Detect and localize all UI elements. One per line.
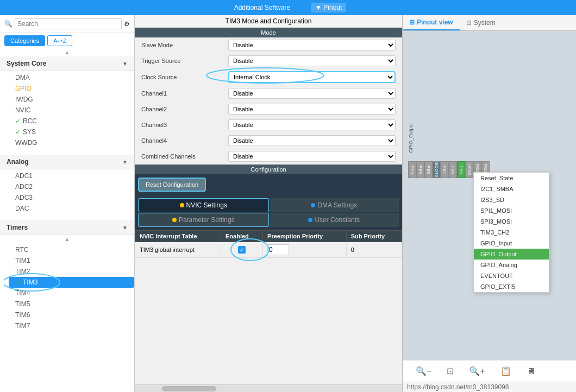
menu-i2s3-sd[interactable]: I2S3_SD bbox=[474, 194, 549, 205]
nvic-table: NVIC Interrupt Table Enabled Preemption … bbox=[135, 230, 402, 258]
sidebar-item-adc3[interactable]: ADC3 bbox=[9, 192, 134, 203]
horizontal-scrollbar[interactable] bbox=[135, 384, 402, 392]
channel4-select[interactable]: Disable bbox=[228, 135, 396, 146]
menu-reset-state[interactable]: Reset_State bbox=[474, 173, 549, 184]
section-timers: Timers ▼ ▲ RTC TIM1 TIM2 ✓ TIM3 TIM4 bbox=[0, 220, 134, 332]
tab-atoz[interactable]: A->Z bbox=[47, 35, 72, 46]
menu-spi3-mosi[interactable]: SPI3_MOSI bbox=[474, 216, 549, 227]
pin-vss5[interactable]: VSS5 bbox=[465, 161, 473, 178]
sidebar-item-tim5[interactable]: TIM5 bbox=[9, 299, 134, 309]
sidebar-item-dma[interactable]: DMA bbox=[9, 72, 134, 83]
status-bar: https://blog.csdn.net/m0_38139098 bbox=[403, 382, 576, 392]
pinout-area: GPIO_Output PE0 PB9 PB8 BOOT0 PB7 PB6 PB… bbox=[403, 31, 576, 360]
sidebar-item-sys[interactable]: ✓ SYS bbox=[9, 127, 134, 137]
menu-gpio-output[interactable]: GPIO_Output bbox=[474, 249, 549, 260]
pinout-icon: ▼ bbox=[315, 4, 322, 11]
channel3-select[interactable]: Disable bbox=[228, 119, 396, 130]
sidebar-item-iwdg[interactable]: IWDG bbox=[9, 94, 134, 105]
scroll-up-arrow[interactable]: ▲ bbox=[0, 48, 134, 56]
system-icon: ⊟ bbox=[466, 19, 472, 27]
tab-parameter-settings[interactable]: Parameter Settings bbox=[138, 213, 269, 227]
trigger-source-row: Trigger Source Disable bbox=[135, 53, 402, 69]
status-url: https://blog.csdn.net/m0_38139098 bbox=[407, 383, 509, 391]
tab-pinout-view[interactable]: ⊞ Pinout view bbox=[403, 15, 460, 30]
channel1-label: Channel1 bbox=[141, 90, 228, 97]
menu-eventout[interactable]: EVENTOUT bbox=[474, 270, 549, 281]
timers-header[interactable]: Timers ▼ bbox=[0, 220, 134, 235]
config-tabs-area: Reset Configuration NVIC Settings DMA Se… bbox=[135, 174, 402, 230]
sidebar-item-tim4[interactable]: TIM4 bbox=[9, 288, 134, 299]
menu-gpio-exti5[interactable]: GPIO_EXTI5 bbox=[474, 281, 549, 292]
search-settings-icon[interactable]: ⚙ bbox=[124, 20, 130, 28]
nvic-row-preemption[interactable] bbox=[263, 242, 347, 258]
tab-nvic-settings[interactable]: NVIC Settings bbox=[138, 198, 269, 212]
channel2-select[interactable]: Disable bbox=[228, 104, 396, 115]
scrollbar-thumb[interactable] bbox=[162, 386, 216, 391]
sidebar-item-tim3[interactable]: ✓ TIM3 bbox=[9, 277, 134, 288]
analog-header[interactable]: Analog ▼ bbox=[0, 155, 134, 169]
nvic-row-enabled[interactable]: ✓ bbox=[221, 242, 263, 258]
timers-scroll-up[interactable]: ▲ bbox=[0, 235, 134, 243]
top-bar: Additional Software ▼ Pinout bbox=[0, 0, 576, 15]
sidebar-item-nvic[interactable]: NVIC bbox=[9, 105, 134, 116]
enabled-checkbox[interactable]: ✓ bbox=[238, 246, 246, 254]
analog-arrow: ▼ bbox=[122, 159, 128, 165]
pin-boot0[interactable]: BOOT0 bbox=[433, 161, 441, 178]
system-core-header[interactable]: System Core ▼ bbox=[0, 56, 134, 71]
analog-items: ADC1 ADC2 ADC3 DAC bbox=[0, 169, 134, 215]
menu-gpio-input[interactable]: GPIO_Input bbox=[474, 238, 549, 249]
sidebar-item-rcc[interactable]: ✓ RCC bbox=[9, 116, 134, 127]
sidebar-item-rtc[interactable]: RTC bbox=[9, 244, 134, 255]
fit-btn[interactable]: ⊡ bbox=[444, 364, 456, 378]
combined-channels-select[interactable]: Disable bbox=[228, 151, 396, 162]
additional-software-btn[interactable]: Additional Software bbox=[230, 3, 295, 12]
sidebar-item-gpio[interactable]: GPIO bbox=[9, 83, 134, 94]
menu-i2c1-smba[interactable]: I2C1_SMBA bbox=[474, 184, 549, 194]
sidebar-item-adc2[interactable]: ADC2 bbox=[9, 181, 134, 192]
channel2-label: Channel2 bbox=[141, 106, 228, 112]
center-wrapper: TIM3 Mode and Configuration Mode Slave M… bbox=[135, 15, 402, 392]
sidebar-item-tim6[interactable]: TIM6 bbox=[9, 309, 134, 320]
sidebar-item-wwdg[interactable]: WWDG bbox=[9, 137, 134, 148]
view-btn[interactable]: 🖥 bbox=[524, 364, 537, 378]
pinout-view-icon: ⊞ bbox=[409, 18, 415, 26]
channel4-label: Channel4 bbox=[141, 137, 228, 144]
trigger-source-select[interactable]: Disable bbox=[228, 55, 396, 66]
sidebar-content: ▲ System Core ▼ DMA GPIO IWDG NVIC ✓ RCC… bbox=[0, 48, 134, 392]
pin-pb7[interactable]: PB7 bbox=[441, 161, 449, 178]
menu-spi1-mosi[interactable]: SPI1_MOSI bbox=[474, 205, 549, 216]
clock-source-select[interactable]: Internal Clock bbox=[228, 71, 396, 83]
nvic-row-sub: 0 bbox=[346, 242, 402, 258]
config-panel-title-bar: TIM3 Mode and Configuration bbox=[135, 15, 402, 28]
tab-user-constants[interactable]: User Constants bbox=[270, 213, 399, 227]
reset-config-btn[interactable]: Reset Configuration bbox=[138, 178, 206, 192]
sidebar-item-adc1[interactable]: ADC1 bbox=[9, 170, 134, 181]
channel1-select[interactable]: Disable bbox=[228, 88, 396, 99]
pin-pb5[interactable]: PB5 bbox=[457, 161, 465, 178]
pin-pb6[interactable]: PB6 bbox=[449, 161, 457, 178]
menu-gpio-analog[interactable]: GPIO_Analog bbox=[474, 260, 549, 270]
zoom-in-btn[interactable]: 🔍+ bbox=[467, 364, 487, 378]
pinout-btn[interactable]: ▼ Pinout bbox=[311, 3, 346, 12]
clock-source-row: Clock Source Internal Clock bbox=[135, 69, 402, 86]
preemption-input[interactable] bbox=[267, 244, 289, 255]
tab-dma-settings[interactable]: DMA Settings bbox=[270, 198, 399, 212]
nvic-col-sub: Sub Priority bbox=[346, 231, 402, 242]
tab-categories[interactable]: Categories bbox=[4, 35, 45, 46]
export-btn[interactable]: 📋 bbox=[498, 364, 514, 378]
sidebar-item-tim2[interactable]: TIM2 bbox=[9, 266, 134, 277]
timers-arrow: ▼ bbox=[122, 225, 128, 231]
tab-system[interactable]: ⊟ System bbox=[460, 15, 502, 30]
slave-mode-row: Slave Mode Disable bbox=[135, 37, 402, 53]
sidebar-item-dac[interactable]: DAC bbox=[9, 203, 134, 214]
zoom-out-btn[interactable]: 🔍− bbox=[414, 364, 434, 378]
pin-pe0[interactable]: PE0 bbox=[408, 161, 416, 178]
pin-pb8[interactable]: PB8 bbox=[424, 161, 433, 178]
search-input[interactable] bbox=[15, 18, 122, 29]
sidebar-item-tim1[interactable]: TIM1 bbox=[9, 255, 134, 266]
pin-pb9[interactable]: PB9 bbox=[416, 161, 424, 178]
slave-mode-select[interactable]: Disable bbox=[228, 40, 396, 50]
menu-tim3-ch2[interactable]: TIM3_CH2 bbox=[474, 227, 549, 238]
system-core-arrow: ▼ bbox=[122, 61, 128, 67]
sidebar-item-tim7[interactable]: TIM7 bbox=[9, 320, 134, 331]
